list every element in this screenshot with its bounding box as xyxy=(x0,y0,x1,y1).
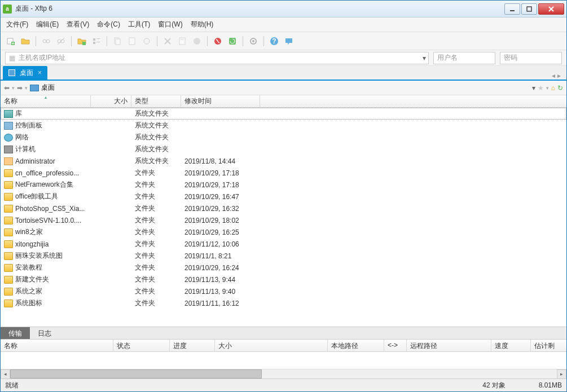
transfer-headers: 名称 状态 进度 大小 本地路径 <-> 远程路径 速度 估计剩 xyxy=(1,340,566,352)
svg-rect-14 xyxy=(93,38,95,41)
svg-line-12 xyxy=(58,38,64,45)
file-row[interactable]: 系统之家文件夹2019/11/13, 9:40 xyxy=(1,285,566,297)
sync-icon[interactable] xyxy=(141,36,152,47)
col-type[interactable]: 类型 xyxy=(131,95,181,107)
file-modified: 2019/11/11, 16:12 xyxy=(181,299,260,307)
file-row[interactable]: 安装教程文件夹2019/10/29, 16:24 xyxy=(1,262,566,274)
tcol-name[interactable]: 名称 xyxy=(1,340,113,351)
menu-cmd[interactable]: 命令(C) xyxy=(97,20,120,29)
dropdown-icon[interactable]: ▾ xyxy=(423,54,426,62)
tcol-progress[interactable]: 进度 xyxy=(170,340,215,351)
refresh-path-icon[interactable]: ↻ xyxy=(557,84,563,92)
menu-view[interactable]: 查看(V) xyxy=(67,20,89,29)
open-session-icon[interactable] xyxy=(20,36,31,47)
file-modified: 2019/10/29, 16:32 xyxy=(181,205,260,213)
file-modified: 2019/10/29, 16:47 xyxy=(181,193,260,201)
path-dropdown-icon[interactable]: ▾ xyxy=(532,84,535,92)
menu-window[interactable]: 窗口(W) xyxy=(158,20,182,29)
svg-point-11 xyxy=(61,39,64,43)
menu-edit[interactable]: 编辑(E) xyxy=(36,20,59,29)
tab-log[interactable]: 日志 xyxy=(30,327,59,339)
tab-transfer[interactable]: 传输 xyxy=(1,327,30,339)
file-row[interactable]: win8之家文件夹2019/10/29, 16:25 xyxy=(1,226,566,238)
file-type: 系统文件夹 xyxy=(131,109,181,118)
tcol-size[interactable]: 大小 xyxy=(215,340,328,351)
col-name[interactable]: ▴名称 xyxy=(1,95,91,107)
file-row[interactable]: office卸载工具文件夹2019/10/29, 16:47 xyxy=(1,191,566,202)
col-modified[interactable]: 修改时间 xyxy=(181,95,260,107)
new-folder-icon[interactable] xyxy=(76,36,87,47)
tab-prev-icon[interactable]: ◂ xyxy=(552,72,555,80)
unlink-icon[interactable] xyxy=(55,36,67,47)
username-input[interactable]: 用户名 xyxy=(433,52,495,64)
file-row[interactable]: 网络系统文件夹 xyxy=(1,131,566,143)
tcol-eta[interactable]: 估计剩 xyxy=(531,340,566,351)
file-row[interactable]: TortoiseSVN-1.10.0....文件夹2019/10/29, 18:… xyxy=(1,214,566,226)
net-icon xyxy=(4,134,13,142)
menu-help[interactable]: 帮助(H) xyxy=(191,20,214,29)
feedback-icon[interactable] xyxy=(283,36,295,47)
tcol-local[interactable]: 本地路径 xyxy=(328,340,384,351)
host-input[interactable]: ▦ 主机名或IP地址 ▾ xyxy=(5,52,429,64)
paste-icon[interactable] xyxy=(126,36,138,47)
tcol-speed[interactable]: 速度 xyxy=(491,340,531,351)
tab-desktop[interactable]: 桌面 × xyxy=(3,66,47,80)
file-row[interactable]: 计算机系统文件夹 xyxy=(1,143,566,155)
file-list[interactable]: 库系统文件夹控制面板系统文件夹网络系统文件夹计算机系统文件夹Administra… xyxy=(1,108,566,327)
file-modified: 2019/10/29, 16:25 xyxy=(181,228,260,236)
file-row[interactable]: Administrator系统文件夹2019/11/8, 14:44 xyxy=(1,155,566,167)
file-name: win8之家 xyxy=(15,227,43,237)
maximize-button[interactable] xyxy=(521,3,537,15)
bookmark-icon[interactable]: ★ xyxy=(538,84,544,92)
tcol-remote[interactable]: 远程路径 xyxy=(407,340,491,351)
copy-icon[interactable] xyxy=(112,36,123,47)
help-icon[interactable]: ? xyxy=(269,36,280,47)
properties-icon[interactable] xyxy=(177,36,188,47)
file-row[interactable]: 系统图标文件夹2019/11/11, 16:12 xyxy=(1,297,566,309)
svg-rect-13 xyxy=(82,42,86,45)
file-row[interactable]: xitongzhijia文件夹2019/11/12, 10:06 xyxy=(1,238,566,250)
refresh-icon[interactable] xyxy=(227,36,238,47)
tab-close-icon[interactable]: × xyxy=(38,69,42,77)
link-icon[interactable] xyxy=(41,36,52,47)
statusbar: 就绪 42 对象 8.01MB xyxy=(1,379,566,391)
menu-file[interactable]: 文件(F) xyxy=(6,20,28,29)
file-row[interactable]: PhotoShop_CS5_Xia...文件夹2019/10/29, 16:32 xyxy=(1,202,566,214)
file-type: 系统文件夹 xyxy=(131,133,181,142)
password-input[interactable]: 密码 xyxy=(500,52,562,64)
menu-tools[interactable]: 工具(T) xyxy=(128,20,150,29)
options-icon[interactable] xyxy=(248,36,259,47)
file-row[interactable]: 库系统文件夹 xyxy=(1,108,566,120)
back-button[interactable]: ⬅ xyxy=(4,84,10,92)
minimize-button[interactable] xyxy=(504,3,520,15)
breadcrumb[interactable]: 桌面 xyxy=(30,83,530,93)
file-name: 网络 xyxy=(15,133,29,142)
view-mode-icon[interactable] xyxy=(91,36,102,47)
file-row[interactable]: 新建文件夹文件夹2019/11/13, 9:44 xyxy=(1,274,566,285)
menubar: 文件(F) 编辑(E) 查看(V) 命令(C) 工具(T) 窗口(W) 帮助(H… xyxy=(1,17,566,32)
home-icon[interactable]: ⌂ xyxy=(551,84,555,92)
delete-icon[interactable] xyxy=(162,36,173,47)
close-button[interactable] xyxy=(538,3,564,15)
folder-icon xyxy=(4,228,13,236)
scroll-right-icon[interactable]: ▸ xyxy=(557,369,566,379)
new-session-icon[interactable] xyxy=(5,36,16,47)
file-row[interactable]: cn_office_professio...文件夹2019/10/29, 17:… xyxy=(1,167,566,179)
file-row[interactable]: NetFramework合集文件夹2019/10/29, 17:18 xyxy=(1,179,566,191)
file-row[interactable]: 丽珠安装系统图文件夹2019/11/1, 8:21 xyxy=(1,250,566,262)
tab-next-icon[interactable]: ▸ xyxy=(557,72,561,80)
xshell-icon[interactable] xyxy=(212,36,223,47)
file-row[interactable]: 控制面板系统文件夹 xyxy=(1,120,566,131)
app-window: а 桌面 - Xftp 6 文件(F) 编辑(E) 查看(V) 命令(C) 工具… xyxy=(0,0,567,392)
col-size[interactable]: 大小 xyxy=(91,95,131,107)
tcol-arrow[interactable]: <-> xyxy=(384,340,407,351)
scroll-left-icon[interactable]: ◂ xyxy=(1,369,10,379)
file-type: 文件夹 xyxy=(131,263,181,272)
scroll-thumb[interactable] xyxy=(10,369,262,378)
titlebar[interactable]: а 桌面 - Xftp 6 xyxy=(1,1,566,17)
forward-button[interactable]: ➡ xyxy=(17,84,23,92)
file-type: 文件夹 xyxy=(131,287,181,296)
horizontal-scrollbar[interactable]: ◂ ▸ xyxy=(1,369,566,378)
stop-icon[interactable] xyxy=(191,36,203,47)
tcol-status[interactable]: 状态 xyxy=(113,340,170,351)
